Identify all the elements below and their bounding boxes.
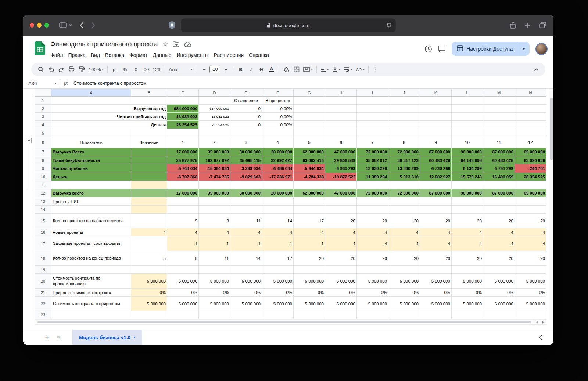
cell-K1[interactable]	[420, 97, 452, 105]
cell-G9[interactable]: -5 644 034	[294, 164, 325, 173]
cell-H5[interactable]	[325, 129, 357, 137]
cell-J7[interactable]: 72 000 000	[388, 148, 420, 156]
cell-B16[interactable]: 4	[131, 228, 167, 236]
cell-L15[interactable]: 20	[452, 214, 483, 228]
cell-N20[interactable]: 5 000 000	[515, 274, 546, 289]
cell-I4[interactable]	[357, 121, 388, 129]
cell-B7[interactable]	[131, 148, 167, 156]
address-bar[interactable]: docs.google.com	[181, 18, 396, 32]
cell-A23[interactable]	[51, 311, 131, 319]
cell-D22[interactable]: 5 000 000	[199, 297, 230, 311]
row-header-10[interactable]: 10	[35, 173, 51, 181]
row-header-2[interactable]: 2	[35, 105, 51, 113]
cell-E10[interactable]: -9 029 603	[230, 173, 262, 181]
cell-L3[interactable]	[452, 113, 483, 121]
cell-K11[interactable]	[420, 181, 452, 189]
cell-H16[interactable]: 4	[325, 228, 357, 236]
cell-E18[interactable]: 14	[230, 251, 262, 266]
cell-N22[interactable]: 5 000 000	[515, 297, 546, 311]
cell-E13[interactable]	[230, 197, 262, 206]
cell-K22[interactable]: 5 000 000	[420, 297, 452, 311]
sheets-logo-icon[interactable]	[35, 41, 45, 57]
cell-C17[interactable]: 1	[167, 236, 199, 251]
close-window-button[interactable]	[30, 23, 34, 28]
cell-K19[interactable]	[420, 266, 452, 274]
cell-I16[interactable]: 4	[357, 228, 388, 236]
format-percent-button[interactable]: %	[120, 65, 130, 75]
cell-A14[interactable]	[51, 206, 131, 214]
cell-F5[interactable]	[262, 129, 294, 137]
move-to-folder-icon[interactable]	[173, 41, 179, 47]
cell-D20[interactable]: 5 000 000	[199, 274, 230, 289]
cell-E5[interactable]	[230, 129, 262, 137]
formula-input[interactable]: Стоимость контракта с приростом	[74, 81, 146, 86]
cell-A6[interactable]: Показатель	[51, 137, 131, 148]
cell-E1[interactable]: Отклонение	[230, 97, 262, 105]
paint-format-icon[interactable]	[77, 65, 87, 75]
cell-G10[interactable]: -4 784 338	[294, 173, 325, 181]
column-header-L[interactable]: L	[452, 89, 483, 97]
cell-I6[interactable]: 7	[357, 137, 388, 148]
cell-E3[interactable]: 0	[230, 113, 262, 121]
cell-C14[interactable]	[167, 206, 199, 214]
menu-item-9[interactable]: Справка	[246, 51, 272, 59]
fill-color-icon[interactable]	[281, 65, 291, 75]
cell-A3[interactable]: Чистая прибыль за год	[51, 113, 167, 121]
cell-A1[interactable]	[51, 97, 131, 105]
cell-G3[interactable]	[294, 113, 325, 121]
cell-C3[interactable]: 16 931 923	[167, 113, 199, 121]
cell-C19[interactable]	[167, 266, 199, 274]
cell-B1[interactable]	[131, 97, 167, 105]
comments-icon[interactable]	[438, 45, 446, 52]
cell-D14[interactable]	[199, 206, 230, 214]
decrease-decimals-button[interactable]: .0	[130, 65, 140, 75]
column-header-I[interactable]: I	[357, 89, 388, 97]
cell-H1[interactable]	[325, 97, 357, 105]
cell-M7[interactable]: 87 000 000	[483, 148, 515, 156]
cell-J13[interactable]	[388, 197, 420, 206]
menu-item-2[interactable]: Правка	[65, 51, 88, 59]
cell-I17[interactable]: 4	[357, 236, 388, 251]
row-header-3[interactable]: 3	[35, 113, 51, 121]
cell-D10[interactable]: -7 474 735	[199, 173, 230, 181]
menu-item-6[interactable]: Данные	[150, 51, 174, 59]
cell-E15[interactable]: 11	[230, 214, 262, 228]
cell-L14[interactable]	[452, 206, 483, 214]
cell-D21[interactable]: 0%	[199, 289, 230, 297]
cell-A11[interactable]	[51, 181, 131, 189]
cell-K7[interactable]: 87 000 000	[420, 148, 452, 156]
cell-B15[interactable]	[131, 214, 167, 228]
cell-A19[interactable]	[51, 266, 131, 274]
row-header-7[interactable]: 7	[35, 148, 51, 156]
cell-B21[interactable]: 0%	[131, 289, 167, 297]
cell-J4[interactable]	[388, 121, 420, 129]
menu-item-4[interactable]: Вставка	[103, 51, 127, 59]
font-select[interactable]: Arial▾	[166, 65, 194, 75]
cell-C5[interactable]	[167, 129, 199, 137]
cell-F21[interactable]: 0%	[262, 289, 294, 297]
cell-I13[interactable]	[357, 197, 388, 206]
cell-K16[interactable]: 4	[420, 228, 452, 236]
cell-N18[interactable]: 20	[515, 251, 546, 266]
cell-B6[interactable]: Значение	[131, 137, 167, 148]
cell-I8[interactable]: 35 052 012	[357, 156, 388, 164]
back-button[interactable]	[80, 22, 84, 29]
cell-B17[interactable]	[131, 236, 167, 251]
cell-D9[interactable]: -15 364 034	[199, 164, 230, 173]
forward-button[interactable]	[91, 22, 95, 29]
cell-H3[interactable]	[325, 113, 357, 121]
font-size-input[interactable]: 10	[209, 66, 220, 73]
new-tab-icon[interactable]	[525, 22, 531, 28]
cell-C1[interactable]	[167, 97, 199, 105]
borders-icon[interactable]	[291, 65, 301, 75]
privacy-shield-icon[interactable]	[168, 21, 176, 30]
cell-A16[interactable]: Новые проекты	[51, 228, 131, 236]
cell-F4[interactable]: 0,00%	[262, 121, 294, 129]
row-header-11[interactable]: 11	[35, 181, 51, 189]
cell-I7[interactable]: 72 000 000	[357, 148, 388, 156]
cell-L9[interactable]: 6 134 299	[452, 164, 483, 173]
cell-I2[interactable]	[357, 105, 388, 113]
select-all-button[interactable]	[35, 89, 51, 97]
column-header-N[interactable]: N	[515, 89, 546, 97]
cell-F20[interactable]: 5 000 000	[262, 274, 294, 289]
